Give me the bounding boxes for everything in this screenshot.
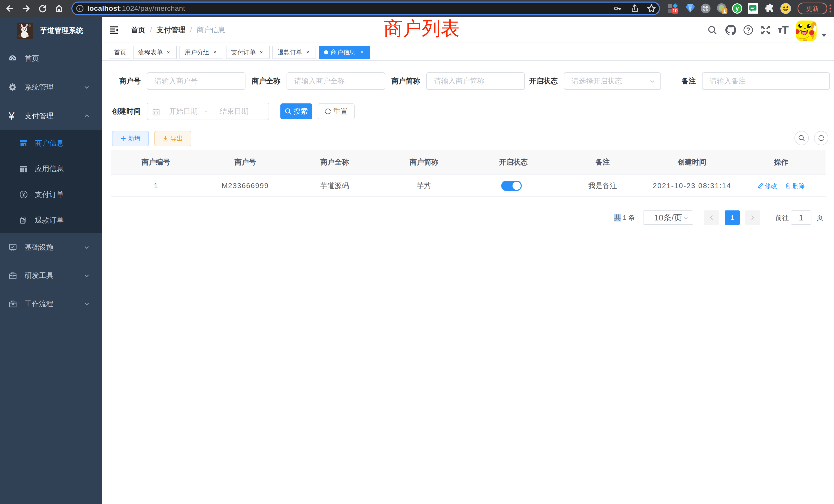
svg-text:10: 10 [673,8,678,13]
svg-text:⌘: ⌘ [703,5,709,12]
svg-text:y: y [736,5,739,12]
svg-text:1: 1 [723,9,726,14]
